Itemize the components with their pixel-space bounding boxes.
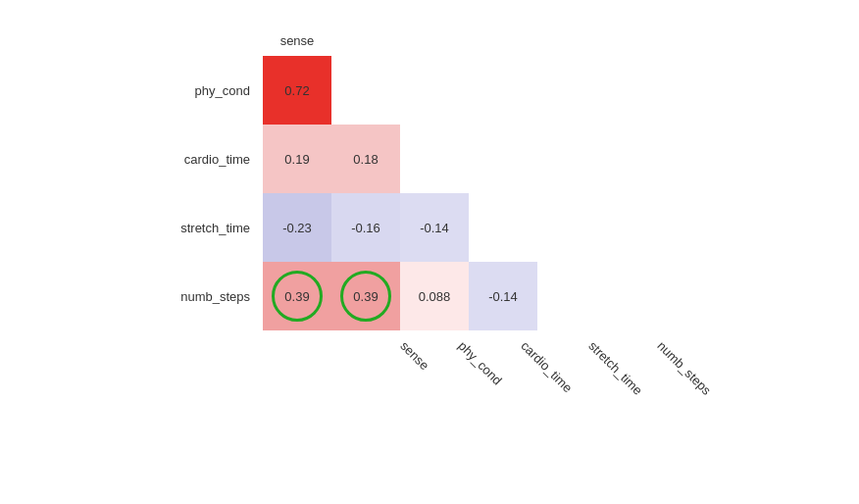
- grid-row-0: 0.72: [263, 56, 606, 125]
- cell-value-3-3: -0.14: [488, 289, 518, 304]
- cell-value-3-0: 0.39: [284, 289, 309, 304]
- cell-2-1: -0.16: [331, 193, 400, 262]
- grid: 0.72 0.19 0.18: [263, 56, 606, 330]
- col-label-stretch-time-text: stretch_time: [585, 338, 645, 398]
- cell-3-2: 0.088: [400, 262, 469, 330]
- cell-1-2: [400, 125, 469, 193]
- col-label-bottom-cardio-time: cardio_time: [518, 330, 586, 419]
- cell-0-4: [537, 56, 606, 125]
- row-label-phy-cond: phy_cond: [145, 56, 258, 125]
- cell-2-0: -0.23: [263, 193, 331, 262]
- cell-0-1: [331, 56, 400, 125]
- bottom-col-labels: sense phy_cond cardio_time stretch_time …: [380, 330, 724, 419]
- row-labels: phy_cond cardio_time stretch_time numb_s…: [145, 56, 258, 330]
- cell-3-3: -0.14: [469, 262, 537, 330]
- col-label-cardio-time-text: cardio_time: [519, 338, 576, 395]
- col-label-bottom-stretch-time: stretch_time: [586, 330, 655, 419]
- cell-value-3-1: 0.39: [353, 289, 378, 304]
- col-label-bottom-numb-steps: numb_steps: [655, 330, 724, 419]
- col-label-sense-text: sense: [397, 338, 431, 373]
- cell-1-1: 0.18: [331, 125, 400, 193]
- cell-1-4: [537, 125, 606, 193]
- cell-1-0: 0.19: [263, 125, 331, 193]
- correlation-matrix-chart: sense phy_cond cardio_time stretch_time …: [145, 26, 714, 478]
- cell-value-2-1: -0.16: [351, 221, 380, 235]
- cell-value-0-0: 0.72: [284, 83, 309, 98]
- cell-0-0: 0.72: [263, 56, 331, 125]
- col-label-bottom-sense: sense: [380, 330, 449, 419]
- cell-value-3-2: 0.088: [419, 289, 451, 304]
- cell-0-3: [469, 56, 537, 125]
- cell-2-2: -0.14: [400, 193, 469, 262]
- cell-3-1: 0.39: [331, 262, 400, 330]
- grid-row-3: 0.39 0.39 0.088 -0.14: [263, 262, 606, 330]
- cell-0-2: [400, 56, 469, 125]
- top-col-labels: sense: [263, 26, 331, 54]
- grid-row-2: -0.23 -0.16 -0.14: [263, 193, 606, 262]
- matrix-grid: 0.72 0.19 0.18: [263, 56, 606, 330]
- cell-value-2-2: -0.14: [420, 221, 449, 235]
- cell-value-2-0: -0.23: [282, 221, 312, 235]
- row-label-numb-steps: numb_steps: [145, 262, 258, 330]
- col-label-bottom-phy-cond: phy_cond: [449, 330, 518, 419]
- cell-3-0: 0.39: [263, 262, 331, 330]
- col-label-numb-steps-text: numb_steps: [654, 338, 714, 398]
- cell-3-4: [537, 262, 606, 330]
- cell-2-4: [537, 193, 606, 262]
- cell-2-3: [469, 193, 537, 262]
- row-label-stretch-time: stretch_time: [145, 193, 258, 262]
- row-label-cardio-time: cardio_time: [145, 125, 258, 193]
- cell-1-3: [469, 125, 537, 193]
- cell-value-1-0: 0.19: [284, 152, 309, 167]
- cell-value-1-1: 0.18: [353, 152, 378, 167]
- col-label-top-sense: sense: [263, 26, 331, 54]
- col-label-phy-cond-text: phy_cond: [455, 338, 504, 387]
- grid-row-1: 0.19 0.18: [263, 125, 606, 193]
